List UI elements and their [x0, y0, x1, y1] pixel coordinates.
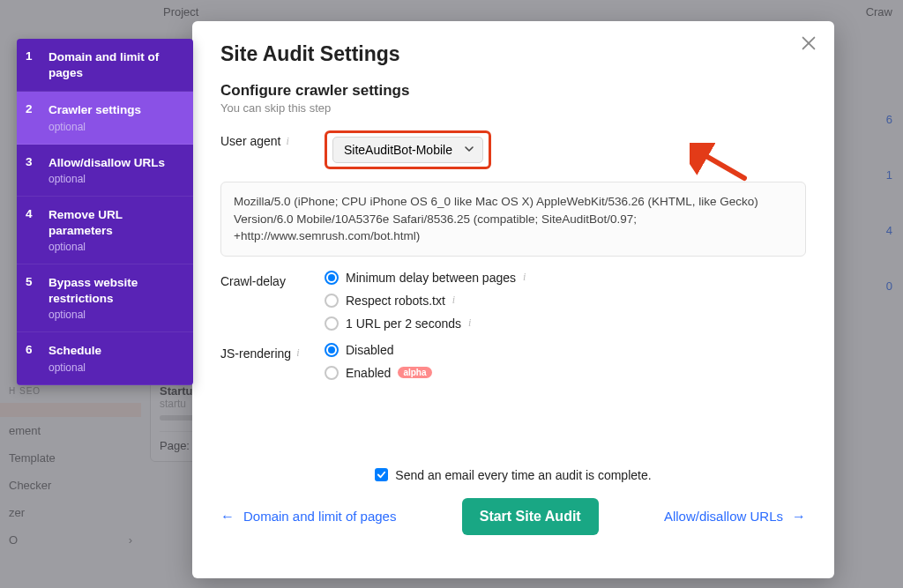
js-option-disabled[interactable]: Disabled [325, 343, 432, 357]
arrow-left-icon: ← [220, 509, 235, 525]
info-icon[interactable]: i [286, 135, 288, 148]
info-icon[interactable]: i [296, 346, 299, 360]
crawl-delay-option-1per2[interactable]: 1 URL per 2 seconds i [325, 316, 526, 331]
user-agent-row: User agent i SiteAuditBot-Mobile [220, 130, 806, 169]
wizard-step-5[interactable]: 5 Bypass website restrictions optional [17, 264, 193, 332]
send-email-checkbox[interactable] [375, 468, 388, 481]
js-rendering-label: JS-rendering i [220, 343, 325, 361]
alpha-badge: alpha [398, 367, 431, 378]
wizard-step-6[interactable]: 6 Schedule optional [17, 332, 193, 385]
user-agent-label: User agent i [220, 130, 325, 148]
crawl-delay-option-robots[interactable]: Respect robots.txt i [325, 294, 526, 308]
wizard-step-1[interactable]: 1 Domain and limit of pages [17, 39, 193, 92]
prev-step-link[interactable]: ← Domain and limit of pages [220, 509, 396, 525]
radio-icon [325, 366, 339, 380]
radio-icon [325, 343, 339, 357]
arrow-right-icon: → [792, 509, 806, 525]
check-icon [377, 470, 386, 480]
modal-subtitle: Configure crawler settings [220, 82, 806, 100]
crawl-delay-row: Crawl-delay Minimum delay between pages … [220, 271, 806, 331]
radio-icon [325, 316, 339, 331]
wizard-steps-sidebar: 1 Domain and limit of pages 2 Crawler se… [17, 39, 193, 385]
site-audit-settings-modal: Site Audit Settings Configure crawler se… [192, 21, 834, 578]
modal-title: Site Audit Settings [220, 42, 806, 66]
next-step-link[interactable]: Allow/disallow URLs → [664, 509, 806, 525]
radio-icon [325, 294, 339, 308]
send-email-label: Send an email every time an audit is com… [395, 468, 651, 482]
js-option-enabled[interactable]: Enabled alpha [325, 366, 432, 380]
crawl-delay-option-minimum[interactable]: Minimum delay between pages i [325, 271, 526, 285]
wizard-step-2[interactable]: 2 Crawler settings optional [17, 92, 193, 145]
user-agent-select[interactable]: SiteAuditBot-Mobile [332, 137, 483, 163]
close-icon [799, 33, 818, 53]
info-icon[interactable]: i [468, 316, 471, 330]
wizard-step-4[interactable]: 4 Remove URL parameters optional [17, 197, 193, 264]
close-button[interactable] [799, 33, 820, 55]
info-icon[interactable]: i [523, 271, 526, 284]
radio-icon [325, 271, 339, 285]
js-rendering-row: JS-rendering i Disabled Enabled alpha [220, 343, 806, 380]
user-agent-string-display: Mozilla/5.0 (iPhone; CPU iPhone OS 6_0 l… [220, 182, 806, 257]
info-icon[interactable]: i [452, 294, 455, 307]
start-site-audit-button[interactable]: Start Site Audit [462, 498, 599, 535]
wizard-step-3[interactable]: 3 Allow/disallow URLs optional [17, 145, 193, 197]
wizard-footer-nav: ← Domain and limit of pages Start Site A… [220, 498, 806, 535]
send-email-row: Send an email every time an audit is com… [220, 468, 806, 482]
crawl-delay-label: Crawl-delay [220, 271, 325, 288]
annotation-highlight: SiteAuditBot-Mobile [325, 130, 491, 169]
skip-text: You can skip this step [220, 101, 806, 115]
